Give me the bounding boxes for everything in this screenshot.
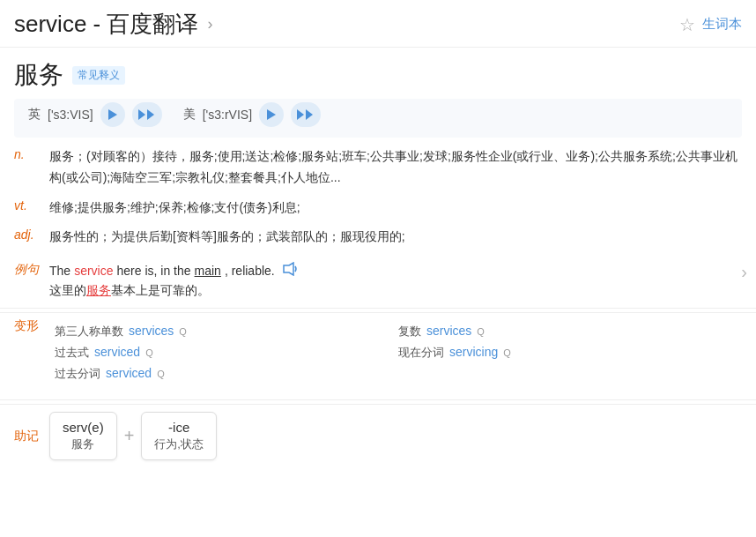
morph-search-icon-3[interactable]: Q xyxy=(503,347,511,358)
header: service - 百度翻译 › ☆ 生词本 xyxy=(0,0,756,48)
morph-word-2[interactable]: serviced xyxy=(94,345,140,359)
def-row-vt: vt. 维修;提供服务;维护;保养;检修;支付(债务)利息; xyxy=(14,198,742,219)
main-word: 服务 xyxy=(14,58,63,92)
divider-memory xyxy=(0,399,756,400)
morph-type-1: 复数 xyxy=(398,324,421,339)
example-zh-suffix: 基本上是可靠的。 xyxy=(111,283,210,297)
chevron-right-icon[interactable]: › xyxy=(741,262,747,282)
example-en-text3: , reliable. xyxy=(225,264,275,278)
morph-cell-1: 复数 services Q xyxy=(398,324,742,339)
header-left: service - 百度翻译 › xyxy=(14,9,212,40)
svg-marker-6 xyxy=(284,263,293,275)
example-en-text2: here is, in the xyxy=(116,264,190,278)
morph-word-1[interactable]: services xyxy=(426,324,471,338)
memory-section: 助记 serv(e) 服务 + -ice 行为,状态 xyxy=(0,404,756,474)
morph-type-4: 过去分词 xyxy=(55,366,100,382)
memory-card-1-chi: 行为,状态 xyxy=(154,436,204,452)
svg-marker-3 xyxy=(267,109,276,120)
morphology-section: 变形 第三人称单数 services Q 复数 services Q 过去式 s… xyxy=(0,312,756,396)
en-sound-button[interactable] xyxy=(100,102,125,127)
morph-search-icon-2[interactable]: Q xyxy=(145,347,153,358)
us-slow-button[interactable] xyxy=(291,102,321,127)
morph-search-icon-1[interactable]: Q xyxy=(477,326,485,337)
morph-type-0: 第三人称单数 xyxy=(55,324,123,339)
morph-word-4[interactable]: serviced xyxy=(106,366,152,380)
def-text-adj: 服务性的；为提供后勤[资料等]服务的；武装部队的；服现役用的; xyxy=(49,227,742,248)
example-section: 例句 The service here is, in the main, rel… xyxy=(0,257,756,304)
morph-word-3[interactable]: servicing xyxy=(449,345,498,359)
def-text-vt: 维修;提供服务;维护;保养;检修;支付(债务)利息; xyxy=(49,198,742,219)
svg-marker-2 xyxy=(147,109,154,120)
phonetic-us-symbol: ['s3:rVIS] xyxy=(203,108,252,122)
plus-icon: + xyxy=(124,426,135,446)
example-label: 例句 xyxy=(14,262,39,278)
svg-marker-0 xyxy=(108,109,117,120)
definitions-section: n. 服务；(对顾客的）接待，服务;使用;送达;检修;服务站;班车;公共事业;发… xyxy=(0,146,756,248)
svg-marker-4 xyxy=(297,109,304,120)
morph-type-3: 现在分词 xyxy=(398,345,444,361)
morph-cell-3: 现在分词 servicing Q xyxy=(398,345,742,361)
us-sound-button[interactable] xyxy=(259,102,284,127)
def-row-adj: adj. 服务性的；为提供后勤[资料等]服务的；武装部队的；服现役用的; xyxy=(14,227,742,248)
memory-card-0-eng: serv(e) xyxy=(63,420,104,435)
pos-vt: vt. xyxy=(14,198,39,213)
morph-cell-2: 过去式 serviced Q xyxy=(55,345,398,361)
example-sound-button[interactable] xyxy=(282,262,298,280)
phonetic-us-group: 美 ['s3:rVIS] xyxy=(183,102,321,127)
phonetic-en-label: 英 xyxy=(28,107,41,123)
example-en-text1: The xyxy=(49,264,70,278)
common-tag[interactable]: 常见释义 xyxy=(72,66,125,85)
example-zh-highlight: 服务 xyxy=(86,283,111,297)
example-zh-prefix: 这里的 xyxy=(49,283,86,297)
star-icon[interactable]: ☆ xyxy=(679,14,695,35)
example-en: The service here is, in the main, reliab… xyxy=(49,262,730,280)
phonetic-en-group: 英 ['s3:VIS] xyxy=(28,102,162,127)
def-text-n: 服务；(对顾客的）接待，服务;使用;送达;检修;服务站;班车;公共事业;发球;服… xyxy=(49,146,742,189)
morph-type-2: 过去式 xyxy=(55,345,89,361)
memory-cards: serv(e) 服务 + -ice 行为,状态 xyxy=(49,412,217,460)
memory-card-0-chi: 服务 xyxy=(63,436,104,452)
header-chevron: › xyxy=(207,15,212,34)
en-slow-button[interactable] xyxy=(132,102,162,127)
memory-card-0: serv(e) 服务 xyxy=(49,412,117,460)
memory-card-1: -ice 行为,状态 xyxy=(141,412,217,460)
svg-marker-5 xyxy=(306,109,313,120)
main-word-row: 服务 常见释义 xyxy=(0,48,756,99)
morph-label: 变形 xyxy=(14,318,39,334)
divider-morph xyxy=(0,308,756,309)
morph-word-0[interactable]: services xyxy=(129,324,174,338)
header-title: service - 百度翻译 xyxy=(14,9,198,40)
memory-label: 助记 xyxy=(14,429,39,444)
vocab-button[interactable]: 生词本 xyxy=(702,16,742,33)
svg-marker-1 xyxy=(138,109,145,120)
phonetic-en-symbol: ['s3:VIS] xyxy=(48,108,93,122)
header-right: ☆ 生词本 xyxy=(679,14,742,35)
pos-adj: adj. xyxy=(14,227,39,242)
example-content: The service here is, in the main, reliab… xyxy=(49,262,730,299)
morph-search-icon-0[interactable]: Q xyxy=(179,326,187,337)
example-zh: 这里的服务基本上是可靠的。 xyxy=(49,283,730,299)
memory-card-1-eng: -ice xyxy=(154,420,204,435)
example-en-service: service xyxy=(74,264,113,278)
example-en-main: main xyxy=(195,264,221,278)
morph-cell-0: 第三人称单数 services Q xyxy=(55,324,398,339)
morph-search-icon-4[interactable]: Q xyxy=(157,369,165,379)
pos-n: n. xyxy=(14,146,39,161)
morph-grid: 第三人称单数 services Q 复数 services Q 过去式 serv… xyxy=(55,318,742,387)
morph-cell-4: 过去分词 serviced Q xyxy=(55,366,398,382)
def-row-n: n. 服务；(对顾客的）接待，服务;使用;送达;检修;服务站;班车;公共事业;发… xyxy=(14,146,742,189)
morph-row-container: 变形 第三人称单数 services Q 复数 services Q 过去式 s… xyxy=(14,318,742,387)
phonetic-us-label: 美 xyxy=(183,107,196,123)
phonetics-row: 英 ['s3:VIS] 美 ['s3:rVIS] xyxy=(14,99,742,138)
